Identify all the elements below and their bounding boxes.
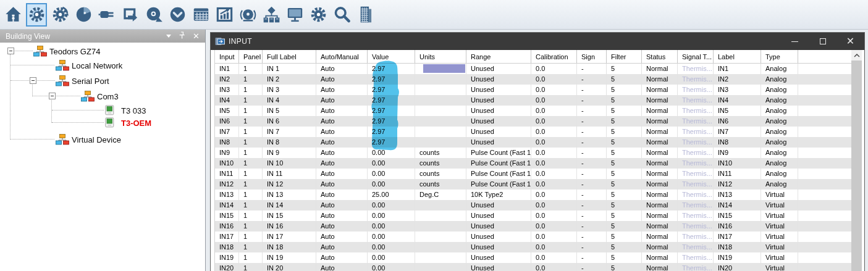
cell-full_label[interactable]: IN 20 — [263, 263, 316, 271]
cell-label[interactable]: IN18 — [714, 242, 761, 252]
cell-value[interactable]: 2.97 — [368, 106, 415, 116]
cell-range[interactable]: Unused — [466, 231, 531, 242]
vertical-scrollbar[interactable] — [851, 50, 862, 271]
column-header-panel[interactable]: Panel — [239, 50, 263, 63]
cell-range[interactable]: Unused — [466, 116, 531, 127]
cell-value[interactable]: 2.97 — [368, 95, 415, 106]
cell-filter[interactable]: 5 — [607, 95, 642, 106]
cell-calibration[interactable]: 0.0 — [531, 137, 577, 148]
cell-filter[interactable]: 5 — [607, 127, 642, 137]
cell-panel[interactable]: 1 — [239, 179, 263, 190]
cell-filter[interactable]: 5 — [607, 106, 642, 116]
cell-signal_type[interactable]: Thermis... — [678, 148, 714, 158]
cell-status[interactable]: Normal — [642, 200, 678, 211]
cell-panel[interactable]: 1 — [239, 263, 263, 271]
cell-label[interactable]: IN20 — [714, 263, 761, 271]
toolbar-button-output-box[interactable] — [120, 3, 141, 27]
cell-label[interactable]: IN2 — [714, 74, 761, 85]
cell-full_label[interactable]: IN 18 — [263, 242, 316, 252]
column-header-status[interactable]: Status — [642, 50, 678, 63]
cell-units[interactable] — [415, 64, 466, 74]
cell-type[interactable]: Analog — [761, 95, 798, 106]
cell-units[interactable] — [415, 200, 466, 211]
scroll-up-button[interactable] — [851, 50, 862, 60]
cell-full_label[interactable]: IN 5 — [263, 106, 316, 116]
cell-full_label[interactable]: IN 19 — [263, 252, 316, 263]
cell-panel[interactable]: 1 — [239, 158, 263, 169]
cell-panel[interactable]: 1 — [239, 64, 263, 74]
cell-status[interactable]: Normal — [642, 242, 678, 252]
cell-full_label[interactable]: IN 9 — [263, 148, 316, 158]
toolbar-button-calendar[interactable] — [190, 3, 211, 27]
cell-range[interactable]: Unused — [466, 106, 531, 116]
cell-type[interactable]: Analog — [761, 64, 798, 74]
cell-units[interactable] — [415, 231, 466, 242]
cell-input[interactable]: IN13 — [215, 190, 239, 200]
cell-units[interactable] — [415, 74, 466, 85]
tree-item-serial-port[interactable]: Serial Port — [0, 75, 205, 87]
cell-full_label[interactable]: IN 4 — [263, 95, 316, 106]
cell-label[interactable]: IN1 — [714, 64, 761, 74]
cell-filter[interactable]: 5 — [607, 231, 642, 242]
cell-calibration[interactable]: 0.0 — [531, 200, 577, 211]
cell-panel[interactable]: 1 — [239, 127, 263, 137]
cell-range[interactable]: Unused — [466, 200, 531, 211]
cell-signal_type[interactable]: Thermis... — [678, 74, 714, 85]
column-header-units[interactable]: Units — [415, 50, 466, 63]
tree-expand-toggle[interactable] — [49, 93, 56, 99]
cell-panel[interactable]: 1 — [239, 190, 263, 200]
cell-range[interactable]: Unused — [466, 263, 531, 271]
cell-filter[interactable]: 5 — [607, 221, 642, 231]
cell-signal_type[interactable]: Thermis... — [678, 242, 714, 252]
minimize-button[interactable] — [781, 33, 809, 50]
cell-value[interactable]: 0.00 — [368, 148, 415, 158]
cell-value[interactable]: 2.97 — [368, 116, 415, 127]
cell-label[interactable]: IN6 — [714, 116, 761, 127]
cell-auto_manual[interactable]: Auto — [316, 116, 368, 127]
tree-item-virtual-device[interactable]: Virtual Device — [0, 133, 205, 146]
cell-label[interactable]: IN12 — [714, 179, 761, 190]
cell-signal_type[interactable]: Thermis... — [678, 64, 714, 74]
cell-calibration[interactable]: 0.0 — [531, 148, 577, 158]
cell-filter[interactable]: 5 — [607, 148, 642, 158]
cell-range[interactable]: Unused — [466, 64, 531, 74]
tree-item-local-network[interactable]: Local Network — [0, 59, 205, 72]
cell-type[interactable]: Analog — [761, 106, 798, 116]
column-header-auto_manual[interactable]: Auto/Manual — [316, 50, 368, 63]
cell-signal_type[interactable]: Thermis... — [678, 116, 714, 127]
cell-auto_manual[interactable]: Auto — [316, 200, 368, 211]
pin-icon[interactable] — [179, 31, 185, 41]
toolbar-button-settings-gear[interactable] — [308, 3, 329, 27]
cell-sign[interactable]: - — [577, 252, 607, 263]
cell-full_label[interactable]: IN 7 — [263, 127, 316, 137]
cell-panel[interactable]: 1 — [239, 211, 263, 221]
cell-auto_manual[interactable]: Auto — [316, 74, 368, 85]
cell-auto_manual[interactable]: Auto — [316, 158, 368, 169]
cell-status[interactable]: Normal — [642, 106, 678, 116]
cell-type[interactable]: Analog — [761, 169, 798, 179]
cell-calibration[interactable]: 0.0 — [531, 221, 577, 231]
cell-signal_type[interactable]: Thermis... — [678, 263, 714, 271]
cell-range[interactable]: Unused — [466, 211, 531, 221]
cell-calibration[interactable]: 0.0 — [531, 231, 577, 242]
column-header-signal_type[interactable]: Signal T... — [678, 50, 714, 63]
cell-signal_type[interactable]: Thermis... — [678, 127, 714, 137]
cell-sign[interactable]: - — [577, 74, 607, 85]
cell-panel[interactable]: 1 — [239, 106, 263, 116]
toolbar-button-plug[interactable] — [96, 3, 117, 27]
cell-type[interactable]: Virtual — [761, 242, 798, 252]
cell-sign[interactable]: - — [577, 211, 607, 221]
cell-sign[interactable]: - — [577, 127, 607, 137]
cell-sign[interactable]: - — [577, 137, 607, 148]
cell-auto_manual[interactable]: Auto — [316, 137, 368, 148]
toolbar-button-search[interactable] — [331, 3, 352, 27]
cell-status[interactable]: Normal — [642, 64, 678, 74]
cell-auto_manual[interactable]: Auto — [316, 64, 368, 74]
cell-calibration[interactable]: 0.0 — [531, 190, 577, 200]
toolbar-button-refresh-gear[interactable] — [26, 3, 47, 27]
cell-units[interactable]: counts — [415, 179, 466, 190]
cell-range[interactable]: Pulse Count (Fast 10 — [466, 179, 531, 190]
cell-type[interactable]: Analog — [761, 116, 798, 127]
cell-calibration[interactable]: 0.0 — [531, 158, 577, 169]
cell-full_label[interactable]: IN 1 — [263, 64, 316, 74]
